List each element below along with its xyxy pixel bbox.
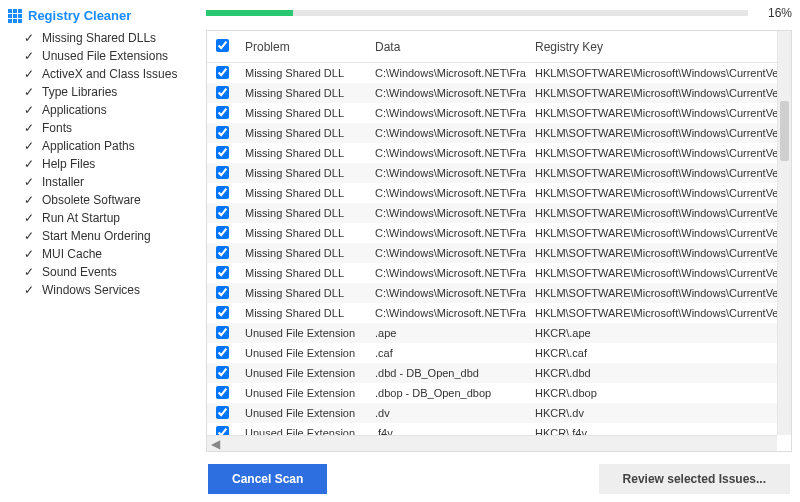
sidebar-item[interactable]: ✓Sound Events	[8, 263, 196, 281]
row-checkbox-cell	[207, 264, 237, 283]
table-row[interactable]: Missing Shared DLLC:\Windows\Microsoft.N…	[207, 203, 791, 223]
cell-registry: HKLM\SOFTWARE\Microsoft\Windows\CurrentV…	[527, 245, 791, 261]
row-checkbox[interactable]	[216, 66, 229, 79]
row-checkbox-cell	[207, 184, 237, 203]
cell-problem: Missing Shared DLL	[237, 265, 367, 281]
table-row[interactable]: Missing Shared DLLC:\Windows\Microsoft.N…	[207, 303, 791, 323]
cell-registry: HKLM\SOFTWARE\Microsoft\Windows\CurrentV…	[527, 105, 791, 121]
checkmark-icon: ✓	[24, 121, 36, 135]
checkmark-icon: ✓	[24, 85, 36, 99]
row-checkbox-cell	[207, 384, 237, 403]
row-checkbox[interactable]	[216, 86, 229, 99]
row-checkbox[interactable]	[216, 326, 229, 339]
table-row[interactable]: Missing Shared DLLC:\Windows\Microsoft.N…	[207, 83, 791, 103]
table-row[interactable]: Missing Shared DLLC:\Windows\Microsoft.N…	[207, 263, 791, 283]
cell-registry: HKLM\SOFTWARE\Microsoft\Windows\CurrentV…	[527, 125, 791, 141]
cancel-scan-button[interactable]: Cancel Scan	[208, 464, 327, 494]
sidebar-item[interactable]: ✓Windows Services	[8, 281, 196, 299]
progress-row: 16%	[206, 6, 792, 20]
cell-data: C:\Windows\Microsoft.NET\Fra...	[367, 125, 527, 141]
progress-bar	[206, 10, 748, 16]
select-all-checkbox[interactable]	[216, 39, 229, 52]
table-row[interactable]: Missing Shared DLLC:\Windows\Microsoft.N…	[207, 223, 791, 243]
sidebar-item[interactable]: ✓Start Menu Ordering	[8, 227, 196, 245]
header-select-all[interactable]	[207, 33, 237, 61]
table-row[interactable]: Missing Shared DLLC:\Windows\Microsoft.N…	[207, 183, 791, 203]
cell-registry: HKLM\SOFTWARE\Microsoft\Windows\CurrentV…	[527, 165, 791, 181]
row-checkbox[interactable]	[216, 286, 229, 299]
cell-data: C:\Windows\Microsoft.NET\Fra...	[367, 105, 527, 121]
scroll-left-icon[interactable]: ◀	[207, 436, 223, 452]
row-checkbox-cell	[207, 344, 237, 363]
tiles-icon	[8, 9, 22, 23]
row-checkbox[interactable]	[216, 306, 229, 319]
table-row[interactable]: Unused File Extension.cafHKCR\.caf	[207, 343, 791, 363]
sidebar-title: Registry Cleaner	[28, 8, 131, 23]
cell-data: C:\Windows\Microsoft.NET\Fra...	[367, 165, 527, 181]
row-checkbox[interactable]	[216, 366, 229, 379]
scrollbar-horizontal[interactable]: ◀	[207, 435, 777, 451]
cell-registry: HKCR\.caf	[527, 345, 791, 361]
sidebar-item[interactable]: ✓Applications	[8, 101, 196, 119]
cell-registry: HKLM\SOFTWARE\Microsoft\Windows\CurrentV…	[527, 145, 791, 161]
table-row[interactable]: Unused File Extension.dvHKCR\.dv	[207, 403, 791, 423]
sidebar-item[interactable]: ✓ActiveX and Class Issues	[8, 65, 196, 83]
sidebar-item[interactable]: ✓Installer	[8, 173, 196, 191]
table-row[interactable]: Missing Shared DLLC:\Windows\Microsoft.N…	[207, 163, 791, 183]
sidebar-item[interactable]: ✓Type Libraries	[8, 83, 196, 101]
review-issues-button[interactable]: Review selected Issues...	[599, 464, 790, 494]
table-row[interactable]: Missing Shared DLLC:\Windows\Microsoft.N…	[207, 63, 791, 83]
sidebar-item[interactable]: ✓Missing Shared DLLs	[8, 29, 196, 47]
scrollbar-vertical[interactable]	[777, 31, 791, 435]
cell-problem: Missing Shared DLL	[237, 225, 367, 241]
header-data[interactable]: Data	[367, 34, 527, 60]
row-checkbox[interactable]	[216, 166, 229, 179]
progress-label: 16%	[756, 6, 792, 20]
sidebar-item[interactable]: ✓Application Paths	[8, 137, 196, 155]
header-problem[interactable]: Problem	[237, 34, 367, 60]
row-checkbox-cell	[207, 104, 237, 123]
sidebar-item[interactable]: ✓Obsolete Software	[8, 191, 196, 209]
row-checkbox[interactable]	[216, 186, 229, 199]
sidebar-item[interactable]: ✓Help Files	[8, 155, 196, 173]
table-row[interactable]: Missing Shared DLLC:\Windows\Microsoft.N…	[207, 103, 791, 123]
header-registry[interactable]: Registry Key	[527, 34, 777, 60]
cell-registry: HKLM\SOFTWARE\Microsoft\Windows\CurrentV…	[527, 65, 791, 81]
cell-problem: Unused File Extension	[237, 365, 367, 381]
row-checkbox[interactable]	[216, 266, 229, 279]
sidebar-item[interactable]: ✓Fonts	[8, 119, 196, 137]
row-checkbox[interactable]	[216, 246, 229, 259]
table-row[interactable]: Missing Shared DLLC:\Windows\Microsoft.N…	[207, 143, 791, 163]
row-checkbox[interactable]	[216, 346, 229, 359]
cell-registry: HKLM\SOFTWARE\Microsoft\Windows\CurrentV…	[527, 205, 791, 221]
cell-problem: Missing Shared DLL	[237, 125, 367, 141]
checkmark-icon: ✓	[24, 49, 36, 63]
table-row[interactable]: Missing Shared DLLC:\Windows\Microsoft.N…	[207, 283, 791, 303]
checkmark-icon: ✓	[24, 139, 36, 153]
row-checkbox-cell	[207, 284, 237, 303]
cell-data: C:\Windows\Microsoft.NET\Fra...	[367, 85, 527, 101]
row-checkbox[interactable]	[216, 206, 229, 219]
scroll-thumb-vertical[interactable]	[780, 101, 789, 161]
checkmark-icon: ✓	[24, 193, 36, 207]
sidebar-header[interactable]: Registry Cleaner	[8, 8, 196, 23]
sidebar-item-label: Fonts	[42, 121, 72, 135]
row-checkbox[interactable]	[216, 386, 229, 399]
footer: Cancel Scan Review selected Issues...	[206, 464, 792, 494]
row-checkbox[interactable]	[216, 126, 229, 139]
table-row[interactable]: Unused File Extension.dbd - DB_Open_dbdH…	[207, 363, 791, 383]
row-checkbox[interactable]	[216, 406, 229, 419]
cell-data: .ape	[367, 325, 527, 341]
row-checkbox[interactable]	[216, 226, 229, 239]
table-row[interactable]: Unused File Extension.apeHKCR\.ape	[207, 323, 791, 343]
table-row[interactable]: Missing Shared DLLC:\Windows\Microsoft.N…	[207, 123, 791, 143]
table-row[interactable]: Unused File Extension.dbop - DB_Open_dbo…	[207, 383, 791, 403]
sidebar-item[interactable]: ✓Run At Startup	[8, 209, 196, 227]
sidebar-item[interactable]: ✓Unused File Extensions	[8, 47, 196, 65]
row-checkbox[interactable]	[216, 146, 229, 159]
cell-registry: HKLM\SOFTWARE\Microsoft\Windows\CurrentV…	[527, 185, 791, 201]
row-checkbox[interactable]	[216, 106, 229, 119]
cell-registry: HKCR\.dv	[527, 405, 791, 421]
table-row[interactable]: Missing Shared DLLC:\Windows\Microsoft.N…	[207, 243, 791, 263]
sidebar-item[interactable]: ✓MUI Cache	[8, 245, 196, 263]
